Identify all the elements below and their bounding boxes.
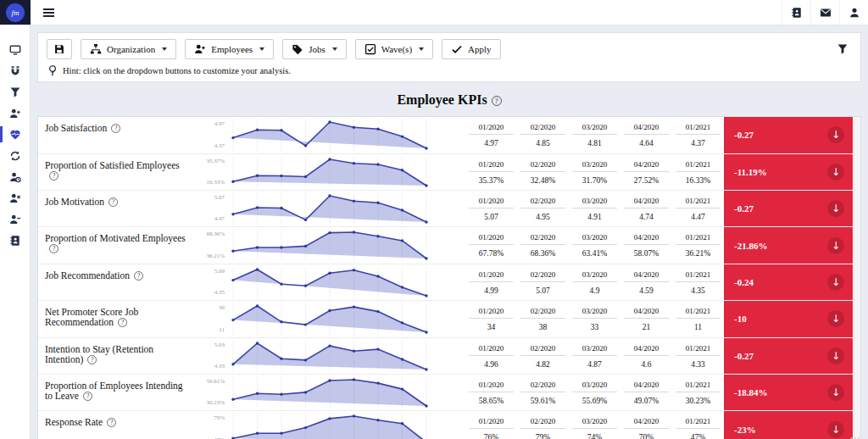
sidebar-item-user-times[interactable]: [0, 187, 30, 208]
lightbulb-icon: [47, 64, 58, 76]
sparkline-chart: [228, 413, 431, 439]
trend-down-button[interactable]: ↓: [827, 310, 844, 327]
wave-date: 01/2020: [469, 411, 514, 429]
user-plus-icon: [9, 108, 21, 119]
kpi-value: 5.07: [465, 208, 517, 221]
help-icon[interactable]: ?: [134, 271, 143, 281]
wave-date: 02/2020: [520, 301, 565, 319]
kpi-delta-value: -0.27: [734, 130, 754, 140]
help-icon[interactable]: ?: [107, 418, 116, 427]
dropdown-waves-button[interactable]: Wave(s): [355, 39, 433, 59]
kpi-delta-cell: -0.27↓: [724, 117, 853, 153]
tag-icon: [292, 43, 303, 55]
wave-column: 01/20205.07: [465, 191, 517, 226]
filter-button[interactable]: [835, 42, 850, 57]
sidebar-item-address-book[interactable]: [0, 230, 30, 251]
sparkline-chart: [228, 303, 431, 336]
trend-down-button[interactable]: ↓: [827, 347, 844, 364]
kpi-value: 4.81: [569, 135, 620, 147]
menu-toggle-button[interactable]: [31, 0, 66, 25]
wave-column: 04/202021: [620, 301, 672, 336]
trend-down-button[interactable]: ↓: [827, 126, 844, 143]
sidebar-item-heart-pulse[interactable]: [0, 124, 30, 145]
kpi-value: 63.41%: [569, 245, 620, 258]
wave-column: 02/202068.36%: [517, 227, 569, 263]
page-title: Employee KPIs?: [37, 92, 861, 108]
axis-max-label: 68.36%: [206, 231, 225, 237]
help-icon[interactable]: ?: [83, 392, 92, 401]
trend-down-button[interactable]: ↓: [827, 237, 844, 254]
kpi-value: 4.6: [620, 356, 672, 369]
kpi-wave-values: 01/202076%02/202079%03/202074%04/202070%…: [437, 411, 724, 439]
nav-user-button[interactable]: [839, 0, 868, 25]
kpi-value: 79%: [517, 429, 569, 439]
wave-column: 04/202058.07%: [620, 227, 672, 263]
dropdown-jobs-button[interactable]: Jobs: [282, 39, 347, 59]
kpi-label: Proportion of Motivated Employees?: [38, 227, 187, 263]
wave-column: 03/20204.81: [569, 117, 620, 153]
sidebar-item-user-plus[interactable]: [0, 103, 30, 124]
vertical-scrollbar[interactable]: [854, 117, 860, 439]
help-icon[interactable]: ?: [87, 355, 97, 364]
sidebar-item-user-clock[interactable]: [0, 166, 30, 187]
axis-max-label: 35.37%: [206, 158, 225, 164]
help-icon[interactable]: ?: [111, 124, 120, 133]
trend-down-button[interactable]: ↓: [827, 164, 844, 181]
help-icon[interactable]: ?: [108, 197, 118, 207]
wave-column: 01/20204.96: [465, 338, 517, 374]
axis-min-label: 36.21%: [206, 253, 225, 259]
save-icon: [53, 43, 65, 55]
check-icon: [451, 43, 463, 55]
kpi-value: 55.69%: [569, 392, 620, 405]
wave-date: 03/2020: [572, 191, 617, 208]
kpi-sparkline: [228, 375, 437, 410]
wave-column: 04/202049.07%: [620, 375, 672, 410]
kpi-delta-value: -18.84%: [734, 387, 767, 397]
dropdown-employees-button[interactable]: Employees: [185, 39, 274, 59]
kpi-sparkline: [228, 191, 437, 226]
kpi-row: Intention to Stay (Retention Intention)?…: [38, 338, 853, 375]
help-icon[interactable]: ?: [49, 171, 58, 181]
trend-down-button[interactable]: ↓: [827, 421, 844, 438]
sitemap-icon: [90, 43, 102, 55]
wave-date: 04/2020: [624, 227, 669, 245]
user-plus-icon: [194, 43, 206, 55]
analysis-toolbar: OrganizationEmployeesJobsWave(s)Apply Hi…: [37, 32, 861, 82]
sidebar-item-monitor[interactable]: [0, 39, 30, 60]
magnet-icon: [9, 65, 21, 77]
kpi-label: Intention to Stay (Retention Intention)?: [38, 338, 187, 374]
trend-down-button[interactable]: ↓: [827, 274, 844, 291]
sidebar-item-magnet[interactable]: [0, 60, 30, 81]
toolbar-hint: Hint: click on the dropdown buttons to c…: [47, 64, 852, 76]
kpi-wave-values: 01/20203402/20203803/20203304/20202101/2…: [437, 301, 724, 336]
wave-column: 02/20205.07: [517, 264, 569, 300]
dropdown-organization-button[interactable]: Organization: [81, 39, 176, 59]
sidebar-item-sync[interactable]: [0, 145, 30, 166]
sparkline-axis: 68.36%36.21%: [187, 227, 228, 263]
wave-column: 03/202074%: [569, 411, 620, 439]
kpi-delta-value: -0.27: [734, 351, 754, 361]
kpi-value: 16.33%: [672, 172, 724, 185]
nav-address-book-button[interactable]: [782, 0, 810, 25]
apply-button[interactable]: Apply: [442, 39, 501, 59]
help-icon[interactable]: ?: [492, 96, 502, 106]
sparkline-axis: 3911: [187, 301, 228, 336]
kpi-value: 5.07: [517, 282, 569, 295]
kpi-value: 68.36%: [517, 245, 569, 258]
trend-down-button[interactable]: ↓: [827, 200, 844, 217]
nav-envelope-button[interactable]: [810, 0, 839, 25]
wave-date: 02/2020: [520, 227, 565, 245]
wave-date: 01/2020: [469, 117, 514, 135]
help-icon[interactable]: ?: [49, 244, 58, 253]
sidebar-item-user-minus[interactable]: [0, 208, 30, 230]
kpi-value: 4.85: [517, 135, 569, 147]
trend-down-button[interactable]: ↓: [827, 384, 844, 401]
sidebar-item-filter[interactable]: [0, 81, 30, 103]
kpi-value: 32.48%: [517, 172, 569, 185]
kpi-label-text: Response Rate: [45, 417, 103, 427]
kpi-value: 35.37%: [465, 172, 517, 185]
help-icon[interactable]: ?: [118, 318, 127, 327]
save-button[interactable]: [47, 39, 72, 59]
wave-column: 01/202136.21%: [672, 227, 724, 263]
sparkline-axis: 5.094.35: [187, 264, 228, 300]
